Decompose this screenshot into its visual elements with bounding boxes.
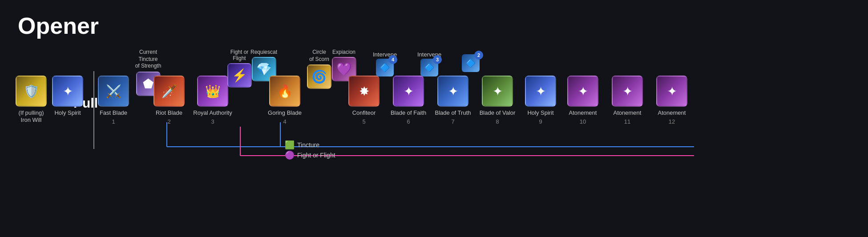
- tincture-text: Tincture: [297, 141, 319, 149]
- blade-valor-icon: ✦: [482, 76, 513, 107]
- fast-blade-num: 1: [112, 118, 115, 125]
- fof-icon-inline: 🟣: [285, 150, 295, 160]
- atonement-10-label: Atonement: [569, 109, 597, 116]
- atonement-11-label: Atonement: [614, 109, 642, 116]
- blade-faith-label: Blade of Faith: [391, 109, 426, 116]
- requiescat-above-label: Requiescat: [250, 49, 277, 55]
- fof-text: Fight or Flight: [297, 152, 335, 159]
- tincture-line-label: 🟩 Tincture: [285, 140, 319, 150]
- current-tincture-label: Current Tinctureof Strength: [133, 49, 164, 70]
- royal-authority-num: 3: [211, 118, 214, 125]
- page-title: Opener: [18, 12, 99, 39]
- skill-blade-valor: ✦ Blade of Valor 8: [480, 76, 515, 125]
- royal-authority-label: Royal Authority: [193, 109, 232, 116]
- expiacion-label: Expiacion: [332, 49, 355, 55]
- atonement-11-icon: ✦: [612, 76, 643, 107]
- blade-truth-label: Blade of Truth: [435, 109, 471, 116]
- riot-blade-icon: 🗡️: [153, 76, 185, 107]
- skill-blade-faith: ✦ Blade of Faith 6: [391, 76, 426, 125]
- skill-blade-truth: ✦ Blade of Truth 7: [435, 76, 471, 125]
- goring-blade-label: Goring Blade: [268, 109, 302, 116]
- atonement-12-num: 12: [669, 118, 675, 125]
- skill-fast-blade: ⚔️ Fast Blade 1: [96, 76, 131, 125]
- riot-blade-label: Riot Blade: [156, 109, 182, 116]
- skill-atonement-10: ✦ Atonement 10: [565, 76, 601, 125]
- holy-spirit-9-num: 9: [539, 118, 542, 125]
- skill-goring-blade: 🔥 Goring Blade 4: [267, 76, 303, 125]
- iron-will-label: (If pulling)Iron Will: [18, 109, 44, 123]
- blade-faith-icon: ✦: [393, 76, 424, 107]
- skill-riot-blade: 🗡️ Riot Blade 2: [151, 76, 187, 125]
- skill-atonement-12: ✦ Atonement 12: [654, 76, 690, 125]
- intervene1-badge: 4: [388, 55, 397, 64]
- atonement-10-num: 10: [580, 118, 586, 125]
- confiteor-label: Confiteor: [352, 109, 376, 116]
- blade-truth-num: 7: [451, 118, 454, 125]
- intervene1-icon: 🔷 4: [376, 59, 394, 76]
- holy-spirit-9-label: Holy Spirit: [527, 109, 553, 116]
- riot-blade-num: 2: [167, 118, 170, 125]
- iron-will-icon: 🛡️: [16, 76, 47, 107]
- tincture-icon-inline: 🟩: [285, 140, 295, 150]
- confiteor-icon: ✸: [348, 76, 379, 107]
- blade-truth-icon: ✦: [437, 76, 468, 107]
- goring-blade-num: 4: [283, 118, 286, 125]
- blade-valor-label: Blade of Valor: [480, 109, 516, 116]
- holy-spirit-pre-label: Holy Spirit: [54, 109, 81, 116]
- fast-blade-icon: ⚔️: [98, 76, 129, 107]
- blade-valor-num: 8: [496, 118, 499, 125]
- atonement-11-num: 11: [624, 118, 630, 125]
- intervene2-badge: 3: [433, 55, 442, 64]
- intervene2-container: Intervene 🔷 3: [417, 51, 441, 76]
- skill-holy-spirit-pre: ✦ Holy Spirit: [50, 76, 85, 116]
- intervene1-container: Intervene 🔷 4: [373, 51, 397, 76]
- holy-spirit-pre-icon: ✦: [52, 76, 83, 107]
- fast-blade-label: Fast Blade: [100, 109, 127, 116]
- intervene3-container: 🔷 2: [462, 54, 480, 72]
- atonement-12-label: Atonement: [658, 109, 686, 116]
- intervene3-badge: 2: [474, 51, 483, 60]
- skill-atonement-11: ✦ Atonement 11: [610, 76, 645, 125]
- goring-blade-icon: 🔥: [269, 76, 300, 107]
- circle-of-scorn-label: Circleof Scorn: [309, 49, 329, 63]
- skill-holy-spirit-9: ✦ Holy Spirit 9: [523, 76, 558, 125]
- atonement-10-icon: ✦: [567, 76, 598, 107]
- intervene2-icon: 🔷 3: [420, 59, 438, 76]
- holy-spirit-9-icon: ✦: [525, 76, 556, 107]
- intervene3-icon: 🔷 2: [462, 54, 480, 72]
- confiteor-num: 5: [362, 118, 365, 125]
- skill-confiteor: ✸ Confiteor 5: [346, 76, 382, 125]
- fof-line-label: 🟣 Fight or Flight: [285, 150, 335, 160]
- circle-of-scorn-icon: 🌀: [307, 64, 331, 89]
- atonement-12-icon: ✦: [656, 76, 687, 107]
- blade-faith-num: 6: [407, 118, 410, 125]
- skill-iron-will: 🛡️ (If pulling)Iron Will: [13, 76, 49, 123]
